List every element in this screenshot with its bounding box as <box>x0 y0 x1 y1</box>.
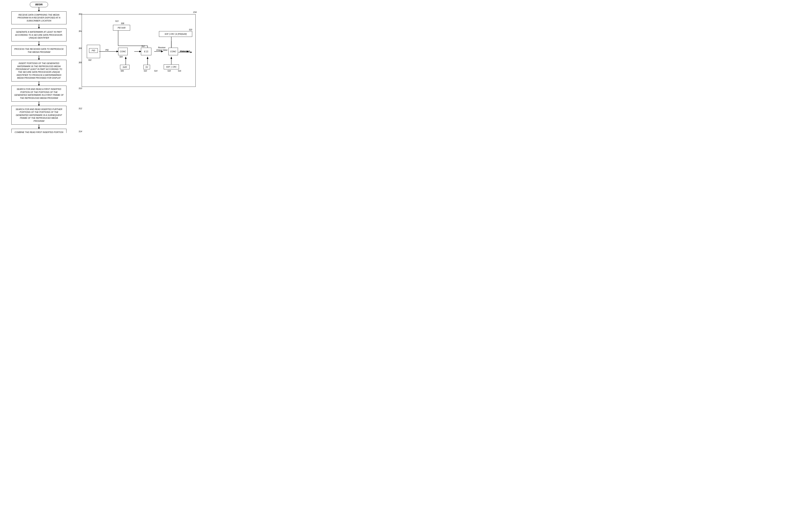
conc1-box: CONC <box>118 48 128 55</box>
label-510: 510 <box>144 70 147 72</box>
arrow-1 <box>39 7 39 11</box>
step-314-box: COMBINE THE READ FIRST INSERTED PORTION … <box>11 129 66 133</box>
crc-top-label: CRC <box>169 33 174 35</box>
e-pid-0x00-top-label: E [PID|0x00] <box>175 33 187 35</box>
step-310-box: SEARCH FOR AND READ A FIRST INSERTED POR… <box>11 86 66 102</box>
conc2-box: CONC <box>168 48 178 55</box>
0x00-box: 0x00 <box>120 65 129 69</box>
step-306-box: PROCESS THE RECEIVED DATA TO REPRODUCE T… <box>11 46 66 56</box>
0x00-label: 0x00 <box>123 66 127 68</box>
arrow-7 <box>39 125 39 129</box>
diagram-label: 234 <box>193 11 197 13</box>
sof-crc-bottom-box: SOF CRC <box>164 64 179 69</box>
step-312-wrapper: SEARCH FOR AND READ INSERTED FURTHER POR… <box>4 106 74 125</box>
receiver-unique-label: Receiver Unique Value <box>155 46 168 51</box>
step-308-box: INSERT PORTIONS OF THE GENERATED WATERMA… <box>11 60 66 81</box>
svg-marker-15 <box>190 51 192 53</box>
label-508: 508 <box>121 22 124 25</box>
pid-inner-label: PID <box>92 49 95 52</box>
pid-arrow-label: PID <box>105 49 109 51</box>
step-312-label: 312 <box>79 107 82 110</box>
step-302-wrapper: RECEIVE DATA COMPRISING THE MEDIA PROGRA… <box>4 11 74 24</box>
conc2-label: CONC <box>170 50 176 52</box>
pid-0x00-label: PID 0x00 <box>118 27 125 29</box>
pid-0x00-box: PID 0x00 <box>113 25 130 31</box>
arrow-2 <box>39 24 39 29</box>
label-504: 504 <box>120 56 123 58</box>
page: BEGIN RECEIVE DATA COMPRISING THE MEDIA … <box>0 0 203 133</box>
step-310-label: 310 <box>79 87 82 89</box>
sof-top-label: SOF <box>165 33 168 35</box>
label-520: 520 <box>189 29 192 31</box>
sof-bottom-label: SOF <box>166 66 170 68</box>
flow-container: BEGIN RECEIVE DATA COMPRISING THE MEDIA … <box>4 2 74 133</box>
label-506: 506 <box>121 70 124 72</box>
arrow-5 <box>39 81 39 86</box>
flowchart: BEGIN RECEIVE DATA COMPRISING THE MEDIA … <box>4 2 74 133</box>
label-516: 516 <box>178 70 181 72</box>
step-304-wrapper: GENERATE A WATERMARK AT LEAST IN PART AC… <box>4 29 74 41</box>
begin-node: BEGIN <box>30 2 48 7</box>
step-302-box: RECEIVE DATA COMPRISING THE MEDIA PROGRA… <box>11 11 66 24</box>
arrow-6 <box>39 102 39 106</box>
step-314-label: 314 <box>79 130 82 133</box>
step-308-wrapper: INSERT PORTIONS OF THE GENERATED WATERMA… <box>4 60 74 81</box>
crc-bottom-label: CRC <box>171 66 177 68</box>
arrow-4 <box>39 56 39 60</box>
label-502: 502 <box>88 59 92 61</box>
label-513: 513 <box>115 20 119 22</box>
conc1-label: CONC <box>120 50 126 52</box>
step-310-wrapper: SEARCH FOR AND READ A FIRST INSERTED POR… <box>4 86 74 102</box>
e-star-label: E [*] <box>144 50 148 52</box>
watermark-arrow <box>178 51 194 54</box>
step-306-wrapper: PROCESS THE RECEIVED DATA TO REPRODUCE T… <box>4 46 74 56</box>
step-304-box: GENERATE A WATERMARK AT LEAST IN PART AC… <box>11 29 66 41</box>
step-314-wrapper: COMBINE THE READ FIRST INSERTED PORTION … <box>4 129 74 133</box>
pid-inner-box: PID <box>89 48 98 53</box>
diag-inner: Memory Memory PID 502 PID CONC 504 PID 0… <box>85 18 193 83</box>
sv-label: SV <box>146 66 148 68</box>
arrow-3 <box>39 41 39 46</box>
top-right-box: SOF CRC E [PID|0x00] <box>159 31 192 37</box>
label-514: 514 <box>154 70 157 72</box>
label-518: 518 <box>168 70 171 72</box>
step-312-box: SEARCH FOR AND READ INSERTED FURTHER POR… <box>11 106 66 125</box>
sv-box: SV <box>143 65 150 69</box>
diagram-right: 234 <box>82 14 196 87</box>
label-512: 512 <box>141 45 145 47</box>
e-star-box: E [*] <box>141 48 151 55</box>
